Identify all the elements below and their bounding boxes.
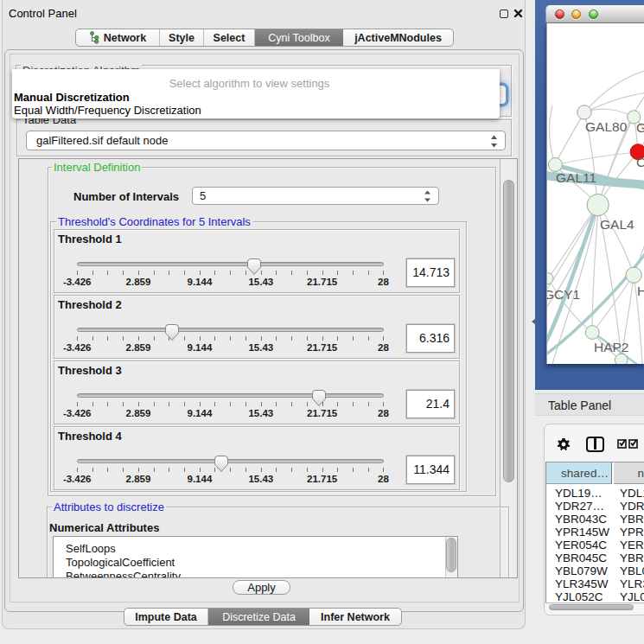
svg-text:C: C (636, 155, 644, 169)
svg-text:GAL4: GAL4 (600, 217, 634, 232)
svg-text:GAL11: GAL11 (556, 170, 596, 185)
svg-text:GCY1: GCY1 (547, 287, 580, 302)
svg-text:GA: GA (636, 120, 644, 135)
svg-text:HAP2: HAP2 (594, 340, 629, 354)
svg-text:GAL80: GAL80 (585, 119, 628, 134)
svg-text:H: H (637, 284, 644, 298)
